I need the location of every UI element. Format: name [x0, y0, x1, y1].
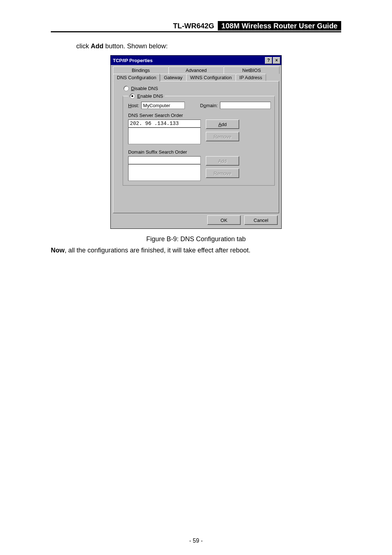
tab-ip-address[interactable]: IP Address [236, 74, 266, 81]
header-title: 108M Wireless Router User Guide [218, 21, 341, 31]
radio-enable-label: Enable DNS [137, 93, 163, 99]
radio-disable-label: Disable DNS [131, 86, 158, 91]
domain-input[interactable] [220, 102, 271, 109]
intro-prefix: click [76, 42, 91, 50]
cancel-button[interactable]: Cancel [244, 215, 278, 225]
radio-enable-dns[interactable]: Enable DNS [130, 93, 163, 99]
radio-icon [130, 93, 135, 99]
host-input[interactable] [141, 102, 185, 109]
tab-wins-configuration[interactable]: WINS Configuration [186, 74, 236, 81]
radio-disable-dns[interactable]: Disable DNS [123, 86, 274, 91]
tcpip-properties-dialog: TCP/IP Properties ? × Bindings Advanced … [110, 55, 282, 229]
suffix-remove-button[interactable]: Remove [206, 169, 239, 178]
ok-button[interactable]: OK [207, 215, 241, 225]
enable-dns-group: Enable DNS Host: Domain: DNS Server Sear… [123, 93, 275, 186]
tabs-row-2: DNS Configuration Gateway WINS Configura… [111, 74, 281, 81]
intro-text: click Add button. Shown below: [76, 42, 341, 50]
dns-remove-button[interactable]: Remove [206, 132, 239, 141]
dns-server-input[interactable]: 202. 96 .134.133 [128, 119, 201, 127]
after-bold: Now [51, 247, 65, 254]
domain-suffix-list[interactable] [128, 164, 201, 181]
domain-label: Domain: [200, 103, 217, 108]
page-header: TL-WR642G108M Wireless Router User Guide [51, 22, 341, 32]
tabs-row-1: Bindings Advanced NetBIOS [111, 65, 281, 74]
tab-panel: Disable DNS Enable DNS Host: Domain: [113, 81, 279, 213]
radio-icon [123, 86, 129, 91]
tab-bindings[interactable]: Bindings [113, 66, 169, 74]
close-icon[interactable]: × [273, 57, 280, 64]
tab-advanced[interactable]: Advanced [168, 66, 224, 74]
tab-netbios[interactable]: NetBIOS [224, 66, 279, 74]
dns-search-order-label: DNS Server Search Order [128, 113, 271, 118]
intro-bold: Add [91, 42, 103, 50]
tab-gateway[interactable]: Gateway [160, 74, 186, 81]
tab-dns-configuration[interactable]: DNS Configuration [113, 74, 160, 81]
after-rest: , all the configurations are finished, i… [65, 247, 250, 254]
after-text: Now, all the configurations are finished… [51, 247, 341, 254]
dns-server-list[interactable] [128, 127, 201, 144]
host-label: Host: [128, 103, 139, 108]
suffix-add-button[interactable]: Add [206, 156, 239, 166]
dialog-titlebar: TCP/IP Properties ? × [111, 56, 281, 65]
intro-suffix: button. Shown below: [103, 42, 168, 50]
domain-suffix-label: Domain Suffix Search Order [128, 149, 271, 155]
domain-suffix-input[interactable] [128, 156, 201, 164]
figure-caption: Figure B-9: DNS Configuration tab [51, 235, 341, 243]
page-number: - 59 - [0, 538, 392, 544]
help-icon[interactable]: ? [265, 57, 272, 64]
dns-add-button[interactable]: Add [206, 119, 239, 129]
header-model: TL-WR642G [170, 21, 218, 31]
dialog-title: TCP/IP Properties [113, 58, 153, 63]
